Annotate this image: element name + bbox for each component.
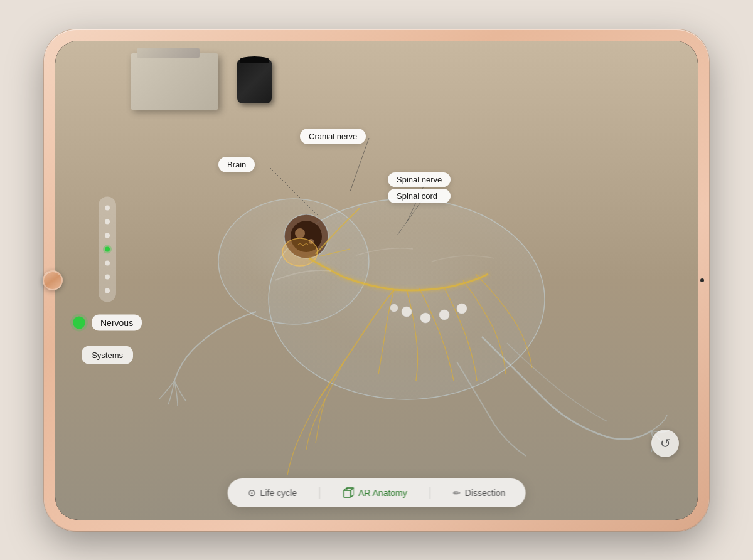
home-button[interactable] <box>43 270 63 290</box>
annotation-brain[interactable]: Brain <box>218 157 255 172</box>
svg-point-10 <box>282 238 318 266</box>
frog-ar-model[interactable] <box>55 41 698 520</box>
tab-dissection-label: Dissection <box>465 488 506 498</box>
annotation-cranial-nerve[interactable]: Cranial nerve <box>300 129 366 144</box>
tab-bar: ⊙ Life cycle AR Anatomy <box>228 478 526 507</box>
left-system-panel: Nervous Systems <box>73 196 142 364</box>
svg-point-13 <box>439 310 449 320</box>
svg-point-8 <box>295 228 305 238</box>
dot-5[interactable] <box>105 260 110 265</box>
reset-button[interactable]: ↺ <box>651 430 679 457</box>
ipad-screen-bezel: Brain Cranial nerve Spinal nerve Spinal … <box>55 41 698 520</box>
tab-lifecycle[interactable]: ⊙ Life cycle <box>245 486 299 500</box>
dot-3[interactable] <box>105 233 110 238</box>
dissection-icon: ✏ <box>453 488 461 498</box>
dot-6[interactable] <box>105 274 110 279</box>
system-active-dot <box>73 316 85 329</box>
annotation-spinal-nerve[interactable]: Spinal nerve Spinal cord <box>388 172 451 203</box>
tab-lifecycle-label: Life cycle <box>260 488 297 498</box>
tab-divider-2 <box>430 487 430 499</box>
tab-dissection[interactable]: ✏ Dissection <box>451 487 508 499</box>
dot-selector[interactable] <box>99 196 116 302</box>
dot-2[interactable] <box>105 219 110 224</box>
svg-rect-16 <box>344 490 351 497</box>
systems-button[interactable]: Systems <box>82 346 133 364</box>
dot-1[interactable] <box>105 205 110 210</box>
ipad-device: Brain Cranial nerve Spinal nerve Spinal … <box>44 29 709 531</box>
dot-7[interactable] <box>105 288 110 293</box>
dot-4-active[interactable] <box>105 246 110 251</box>
tab-divider-1 <box>319 487 320 499</box>
svg-point-11 <box>402 307 412 317</box>
side-sensor <box>700 278 704 282</box>
system-name[interactable]: Nervous <box>92 314 142 330</box>
screen: Brain Cranial nerve Spinal nerve Spinal … <box>55 41 698 520</box>
tab-ar-anatomy[interactable]: AR Anatomy <box>340 486 410 500</box>
tab-ar-label: AR Anatomy <box>358 488 407 498</box>
reset-icon: ↺ <box>660 436 671 451</box>
ar-anatomy-icon <box>343 487 354 499</box>
svg-point-12 <box>420 313 430 323</box>
svg-point-14 <box>457 304 467 314</box>
lifecycle-icon: ⊙ <box>248 487 256 499</box>
system-label-row: Nervous <box>73 314 142 330</box>
svg-point-15 <box>390 304 398 312</box>
